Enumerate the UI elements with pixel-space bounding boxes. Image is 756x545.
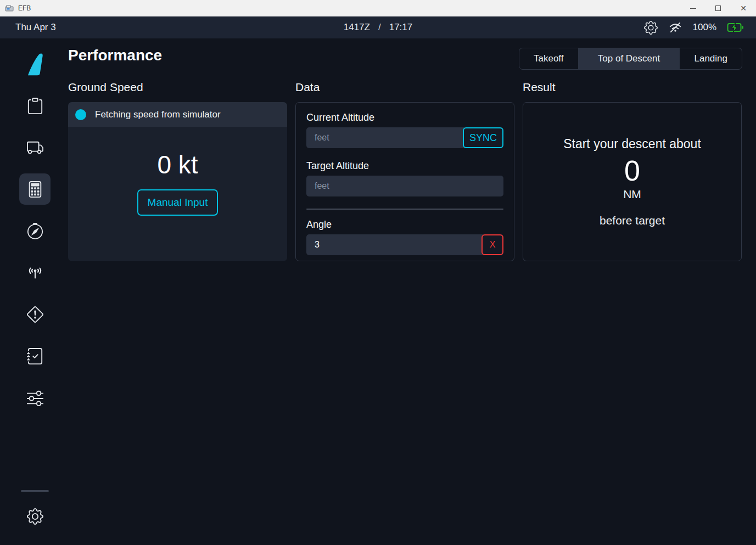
result-unit: NM <box>623 188 641 201</box>
efb-app-body: Performance Takeoff Top of Descent Landi… <box>0 38 756 545</box>
sidebar-item-navigation[interactable] <box>19 215 51 246</box>
result-line1: Start your descent about <box>563 137 701 151</box>
fbw-logo-icon <box>25 52 45 76</box>
performance-tabs: Takeoff Top of Descent Landing <box>519 48 742 70</box>
battery-percentage: 100% <box>693 22 716 33</box>
sidebar-item-performance[interactable] <box>19 173 51 205</box>
wifi-status-button[interactable] <box>668 20 682 35</box>
current-altitude-label: Current Altitude <box>306 112 503 123</box>
ground-speed-status-bar: Fetching speed from simulator <box>68 102 287 127</box>
sync-button[interactable]: SYNC <box>463 127 503 148</box>
sidebar-item-settings[interactable] <box>19 501 51 532</box>
data-heading: Data <box>295 81 514 94</box>
target-altitude-label: Target Altitude <box>306 160 503 172</box>
data-section: Data Current Altitude SYNC Target Altitu… <box>295 81 514 261</box>
angle-clear-button[interactable]: X <box>481 234 503 255</box>
quick-settings-button[interactable] <box>644 21 658 35</box>
sidebar-item-ground[interactable] <box>19 132 51 163</box>
data-divider <box>306 209 503 210</box>
tab-top-of-descent[interactable]: Top of Descent <box>578 48 680 69</box>
efb-window: EFB ✕ Thu Apr 3 1417Z / 17:17 <box>0 0 756 545</box>
truck-icon <box>27 139 43 156</box>
local-time: 17:17 <box>389 22 413 33</box>
minimize-icon <box>690 8 696 9</box>
data-card-body: Current Altitude SYNC Target Altitude An… <box>296 103 514 277</box>
clock-separator: / <box>378 22 381 33</box>
sidebar-item-dashboard[interactable] <box>19 48 51 80</box>
maximize-icon <box>715 5 721 11</box>
ground-speed-status-text: Fetching speed from simulator <box>95 109 221 120</box>
angle-input[interactable] <box>306 234 503 255</box>
os-titlebar: EFB ✕ <box>0 0 756 16</box>
wifi-off-icon <box>668 20 682 35</box>
calculator-icon <box>27 181 43 198</box>
statusbar-date: Thu Apr 3 <box>15 22 56 33</box>
page-title: Performance <box>68 47 162 64</box>
ground-speed-section: Ground Speed Fetching speed from simulat… <box>68 81 287 261</box>
journal-check-icon <box>27 348 43 364</box>
broadcast-pin-icon <box>27 265 43 281</box>
angle-label: Angle <box>306 219 503 231</box>
compass-icon <box>27 223 43 239</box>
utc-time: 1417Z <box>344 22 370 33</box>
sidebar-item-presets[interactable] <box>19 382 51 413</box>
ground-speed-value: 0 kt <box>157 150 198 179</box>
result-card: Start your descent about 0 NM before tar… <box>523 102 742 261</box>
sidebar-item-failures[interactable] <box>19 299 51 330</box>
gear-icon <box>27 508 43 525</box>
window-title: EFB <box>18 4 31 12</box>
app-icon <box>5 4 14 13</box>
angle-row: X <box>306 234 503 255</box>
current-altitude-row: SYNC <box>306 127 503 148</box>
sync-status-dot <box>75 109 86 120</box>
result-section: Result Start your descent about 0 NM bef… <box>523 81 742 261</box>
tab-landing[interactable]: Landing <box>680 48 742 69</box>
sidebar-item-atc[interactable] <box>19 257 51 288</box>
manual-input-button[interactable]: Manual Input <box>137 189 219 216</box>
sidebar-item-checklists[interactable] <box>19 340 51 372</box>
sidebar-item-dispatch[interactable] <box>19 90 51 121</box>
battery-charging-icon <box>727 22 744 33</box>
sliders-icon <box>27 390 43 406</box>
data-card: Current Altitude SYNC Target Altitude An… <box>295 102 514 261</box>
result-value: 0 <box>624 154 640 187</box>
close-icon: ✕ <box>740 4 747 12</box>
ground-speed-heading: Ground Speed <box>68 81 287 94</box>
exclamation-diamond-icon <box>27 306 43 323</box>
target-altitude-row <box>306 176 503 196</box>
sidebar-divider <box>21 490 49 492</box>
tab-takeoff[interactable]: Takeoff <box>519 48 578 69</box>
maximize-button[interactable] <box>705 0 731 16</box>
target-altitude-input[interactable] <box>306 176 503 196</box>
result-line2: before target <box>600 214 665 227</box>
statusbar-clock: 1417Z / 17:17 <box>344 22 412 33</box>
clipboard-icon <box>27 98 43 114</box>
ground-speed-body: 0 kt Manual Input <box>68 127 287 216</box>
result-heading: Result <box>523 81 742 94</box>
minimize-button[interactable] <box>680 0 705 16</box>
ground-speed-card: Fetching speed from simulator 0 kt Manua… <box>68 102 287 261</box>
gear-icon <box>644 21 658 35</box>
sidebar-nav <box>0 38 70 545</box>
result-body: Start your descent about 0 NM before tar… <box>523 103 741 261</box>
window-controls: ✕ <box>680 0 756 16</box>
close-button[interactable]: ✕ <box>731 0 756 16</box>
statusbar-right: 100% <box>644 20 744 35</box>
efb-statusbar: Thu Apr 3 1417Z / 17:17 100% <box>0 16 756 38</box>
